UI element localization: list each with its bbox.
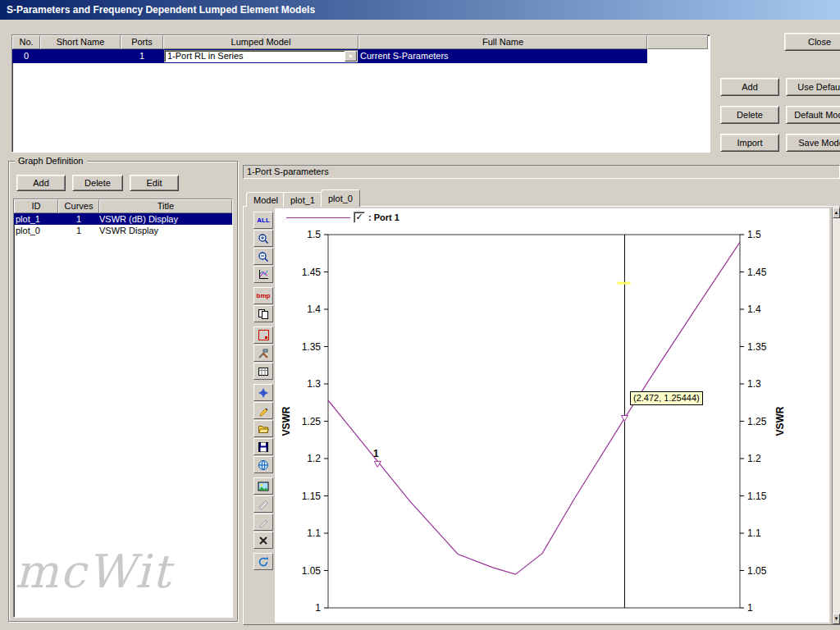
graph-row-plot0[interactable]: plot_0 1 VSWR Display <box>14 225 232 236</box>
close-button[interactable]: Close <box>784 33 840 51</box>
measure-icon <box>258 499 269 510</box>
data-table-icon <box>258 366 269 377</box>
delete-button[interactable] <box>253 532 273 549</box>
scroll-down-button[interactable]: ▼ <box>833 614 840 624</box>
svg-text:1.25: 1.25 <box>747 416 767 427</box>
model-col-filler <box>647 35 708 49</box>
graph-definition-title: Graph Definition <box>15 156 87 166</box>
open-button[interactable] <box>253 420 273 437</box>
copy-icon <box>258 308 269 320</box>
data-table-button[interactable] <box>253 363 273 380</box>
lumped-model-value: 1-Port RL in Series <box>165 51 345 62</box>
select-region-button[interactable] <box>253 326 273 344</box>
open-folder-icon <box>258 423 269 435</box>
svg-text:1.25: 1.25 <box>302 416 322 427</box>
save-button[interactable] <box>253 438 273 455</box>
bmp-export-button[interactable]: bmp <box>253 287 273 304</box>
model-row-no: 0 <box>12 49 40 62</box>
zoom-out-icon <box>258 251 269 262</box>
use-default-button[interactable]: Use Default <box>786 78 840 96</box>
legend-line <box>286 217 350 218</box>
graph-col-title: Title <box>99 199 232 213</box>
plot-panel-title: 1-Port S-parameters <box>243 165 840 179</box>
probe-button[interactable] <box>253 384 273 401</box>
save-icon <box>258 441 269 453</box>
image-button[interactable] <box>253 477 273 495</box>
graph-row-title: VSWR (dB) Display <box>99 213 231 225</box>
add-model-button[interactable]: Add <box>720 78 779 96</box>
graph-add-button[interactable]: Add <box>16 175 66 191</box>
svg-text:1.45: 1.45 <box>747 267 767 278</box>
import-button[interactable]: Import <box>720 134 779 152</box>
globe-icon <box>258 459 269 471</box>
chevron-down-icon: ▼ <box>348 53 354 59</box>
vswr-plot[interactable]: 1.51.51.451.451.41.41.351.351.31.31.251.… <box>276 226 818 620</box>
graph-list: ID Curves Title plot_1 1 VSWR (dB) Displ… <box>13 199 233 618</box>
model-col-short-name: Short Name <box>40 35 121 49</box>
combobox-dropdown-button[interactable]: ▼ <box>345 51 357 62</box>
svg-text:1.5: 1.5 <box>307 229 321 240</box>
svg-text:1.15: 1.15 <box>747 491 767 502</box>
default-mode-button[interactable]: Default Mode <box>786 106 840 124</box>
plot-tab-page: ALL bmp <box>243 206 840 625</box>
pencil-icon <box>258 405 269 417</box>
select-region-icon <box>258 330 269 340</box>
delete-model-button[interactable]: Delete <box>720 106 779 124</box>
svg-text:1: 1 <box>315 602 321 614</box>
chart-area: ✓ : Port 1 1.51.51.451.451.41.41.351.351… <box>275 208 829 623</box>
svg-text:1.35: 1.35 <box>302 341 322 353</box>
scroll-up-button[interactable]: ▲ <box>833 208 840 218</box>
tab-plot-1[interactable]: plot_1 <box>283 192 322 207</box>
pencil-button[interactable] <box>253 402 273 419</box>
svg-text:1.35: 1.35 <box>747 341 767 353</box>
tab-plot-0[interactable]: plot_0 <box>321 189 360 207</box>
plot-setup-icon <box>258 269 269 281</box>
svg-text:1.4: 1.4 <box>747 304 761 315</box>
svg-text:1.45: 1.45 <box>302 267 322 278</box>
zoom-out-button[interactable] <box>253 248 273 265</box>
model-col-ports: Ports <box>121 35 163 49</box>
svg-text:1: 1 <box>747 602 753 614</box>
graph-row-id: plot_1 <box>16 213 58 225</box>
web-button[interactable] <box>253 456 273 473</box>
svg-text:1.05: 1.05 <box>747 565 767 577</box>
all-icon: ALL <box>257 217 270 224</box>
port1-checkbox[interactable]: ✓ <box>354 212 365 223</box>
tab-model[interactable]: Model <box>246 192 285 207</box>
graph-row-curves: 1 <box>58 213 99 225</box>
plot-setup-button[interactable] <box>253 266 273 283</box>
graph-delete-button[interactable]: Delete <box>72 175 123 191</box>
arrow-down-icon: ▼ <box>834 616 839 621</box>
save-mode-button[interactable]: Save Mode <box>786 134 840 152</box>
svg-text:1.5: 1.5 <box>747 229 761 240</box>
graph-col-id: ID <box>14 199 58 213</box>
svg-text:VSWR: VSWR <box>774 406 786 436</box>
lumped-model-combobox[interactable]: 1-Port RL in Series ▼ <box>164 50 358 62</box>
check-icon: ✓ <box>355 212 363 221</box>
refresh-icon <box>258 556 269 568</box>
copy-button[interactable] <box>253 305 273 322</box>
close-x-icon <box>258 535 269 546</box>
model-table: No. Short Name Ports Lumped Model Full N… <box>11 34 710 153</box>
graph-row-curves: 1 <box>58 225 99 236</box>
probe-icon <box>258 387 269 399</box>
svg-text:1.3: 1.3 <box>307 378 321 390</box>
zoom-in-icon <box>258 233 269 244</box>
model-col-lumped-model: Lumped Model <box>163 35 358 49</box>
chart-legend: ✓ : Port 1 <box>286 210 399 225</box>
graph-edit-button[interactable]: Edit <box>130 175 179 191</box>
zoom-in-button[interactable] <box>253 230 273 247</box>
measure-button <box>253 495 273 513</box>
refresh-button[interactable] <box>253 553 273 570</box>
arrow-up-icon: ▲ <box>834 210 839 215</box>
svg-text:1.1: 1.1 <box>307 527 321 539</box>
window-title: S-Parameters and Frequency Dependent Lum… <box>7 4 315 16</box>
view-all-button[interactable]: ALL <box>253 212 273 229</box>
tools-button[interactable] <box>253 345 273 362</box>
svg-text:1: 1 <box>373 448 379 459</box>
plot-scrollbar[interactable]: ▲ ▼ <box>832 208 840 624</box>
svg-text:1.4: 1.4 <box>307 304 321 315</box>
graph-row-plot1[interactable]: plot_1 1 VSWR (dB) Display <box>14 213 232 225</box>
model-table-row[interactable]: 0 1 1-Port RL in Series ▼ Current S-Para… <box>12 49 647 63</box>
svg-text:1.2: 1.2 <box>307 453 321 464</box>
